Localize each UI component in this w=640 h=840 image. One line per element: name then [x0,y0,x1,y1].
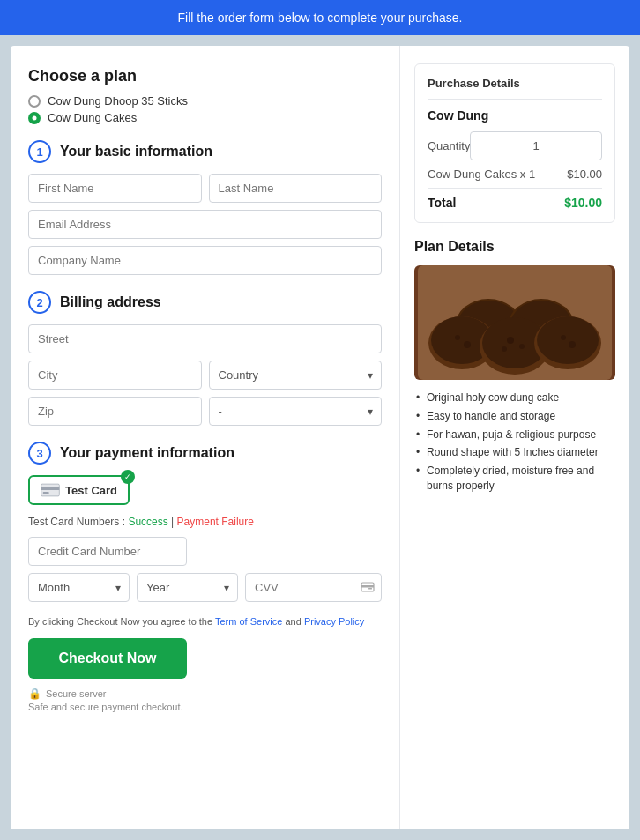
svg-rect-2 [43,492,49,494]
city-country-row: Country [28,361,382,390]
page-wrapper: Fill the order form below to complete yo… [0,0,640,840]
choose-plan-title: Choose a plan [28,67,382,85]
svg-point-21 [569,341,576,348]
year-select[interactable]: Year [137,573,238,602]
item-row: Cow Dung Cakes x 1 $10.00 [428,167,602,181]
card-label: Test Card [65,484,117,497]
first-name-field [28,174,202,203]
state-field: - [209,397,383,426]
checkout-button[interactable]: Checkout Now [28,638,187,679]
feature-item: Completely dried, moisture free and burn… [414,464,615,494]
last-name-input[interactable] [209,174,383,203]
plan-option-cakes[interactable]: Cow Dung Cakes [28,111,382,124]
cvv-row: Month Year [28,573,382,602]
quantity-input[interactable] [470,131,602,160]
city-input[interactable] [28,361,202,390]
section1-header: 1 Your basic information [28,140,382,163]
purchase-details-box: Purchase Details Cow Dung Quantity Cow D… [414,63,615,223]
terms-text: By clicking Checkout Now you agree to th… [28,614,382,629]
feature-item: For hawan, puja & religious purpose [414,427,615,442]
country-select[interactable]: Country [209,361,383,390]
section1-number: 1 [28,140,51,163]
street-row [28,324,382,353]
company-row [28,246,382,275]
month-select[interactable]: Month [28,573,130,602]
svg-rect-1 [41,487,60,490]
zip-field [28,397,202,426]
section3-header: 3 Your payment information [28,442,382,465]
year-field: Year [137,573,238,602]
company-field [28,246,382,275]
street-field [28,324,382,353]
cc-field [28,537,382,566]
svg-rect-4 [361,585,374,588]
email-row [28,210,382,239]
secure-label: Secure server [46,688,106,699]
month-field: Month [28,573,130,602]
choose-plan-section: Choose a plan Cow Dung Dhoop 35 Sticks C… [28,67,382,124]
name-row [28,174,382,203]
card-option[interactable]: Test Card ✓ [28,475,130,505]
svg-rect-5 [368,588,372,590]
feature-item: Original holy cow dung cake [414,390,615,405]
total-row: Total $10.00 [428,188,602,210]
tos-link[interactable]: Term of Service [215,616,282,627]
section3-number: 3 [28,442,51,465]
cvv-icon [361,581,375,595]
email-input[interactable] [28,210,382,239]
zip-state-row: - [28,397,382,426]
product-image [414,265,615,380]
svg-point-19 [502,346,507,352]
zip-input[interactable] [28,397,202,426]
right-panel: Purchase Details Cow Dung Quantity Cow D… [400,46,629,829]
card-checkmark: ✓ [121,470,135,484]
test-card-text: Test Card Numbers : [28,516,128,528]
total-label: Total [428,196,456,210]
safe-text: Safe and secure payment checkout. [28,702,382,712]
svg-point-20 [561,335,566,340]
first-name-input[interactable] [28,174,202,203]
purchase-title: Purchase Details [428,77,602,100]
cvv-field [245,573,382,602]
left-panel: Choose a plan Cow Dung Dhoop 35 Sticks C… [11,46,400,829]
item-price: $10.00 [567,167,602,181]
test-card-info: Test Card Numbers : Success | Payment Fa… [28,516,382,528]
feature-item: Round shape with 5 Inches diameter [414,445,615,460]
product-features-list: Original holy cow dung cakeEasy to handl… [414,390,615,494]
plan-dhoop-label: Cow Dung Dhoop 35 Sticks [48,94,188,108]
email-field [28,210,382,239]
feature-item: Easy to handle and storage [414,409,615,424]
section1-title: Your basic information [60,144,212,160]
privacy-link[interactable]: Privacy Policy [304,616,364,627]
svg-point-16 [537,316,599,364]
terms-middle: and [285,616,303,627]
radio-cakes[interactable] [28,112,41,124]
street-input[interactable] [28,324,382,353]
plan-option-dhoop[interactable]: Cow Dung Dhoop 35 Sticks [28,94,382,108]
credit-card-icon [41,483,60,497]
svg-point-23 [464,341,471,348]
company-input[interactable] [28,246,382,275]
svg-point-22 [455,335,460,340]
radio-dhoop[interactable] [28,95,41,108]
success-link[interactable]: Success [128,516,167,528]
main-content: Choose a plan Cow Dung Dhoop 35 Sticks C… [11,46,629,829]
cc-input[interactable] [28,537,187,566]
svg-point-17 [507,337,514,344]
total-amount: $10.00 [564,196,602,210]
item-label: Cow Dung Cakes x 1 [428,167,535,181]
plan-cakes-label: Cow Dung Cakes [48,111,137,124]
section2-title: Billing address [60,294,161,310]
section2-number: 2 [28,291,51,314]
state-select[interactable]: - [209,397,383,426]
plan-details-section: Plan Details [414,239,615,494]
terms-before: By clicking Checkout Now you agree to th… [28,616,215,627]
cc-row [28,537,382,566]
section2-header: 2 Billing address [28,291,382,314]
lock-icon: 🔒 [28,688,41,700]
quantity-row: Quantity [428,131,602,160]
purchase-product: Cow Dung [428,108,602,123]
svg-point-18 [519,344,525,349]
failure-link[interactable]: Payment Failure [177,516,254,528]
quantity-label: Quantity [428,139,470,152]
